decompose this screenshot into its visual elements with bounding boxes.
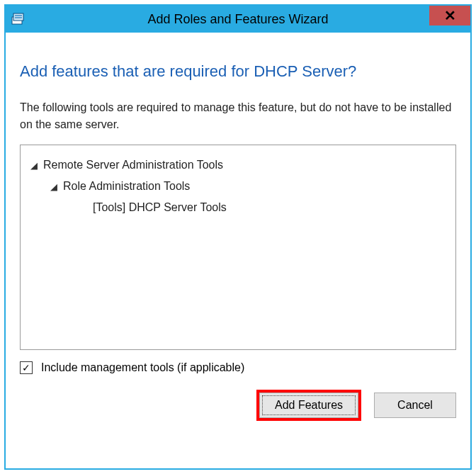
tree-item-label: Remote Server Administration Tools bbox=[43, 159, 223, 171]
tree-item-level0[interactable]: ◢ Remote Server Administration Tools bbox=[30, 155, 446, 175]
tree-item-label: Role Administration Tools bbox=[63, 180, 190, 193]
tree-item-level2[interactable]: [Tools] DHCP Server Tools bbox=[30, 198, 446, 218]
include-tools-checkbox-row: ✓ Include management tools (if applicabl… bbox=[20, 361, 456, 374]
include-tools-checkbox[interactable]: ✓ bbox=[20, 361, 33, 374]
svg-rect-2 bbox=[15, 15, 22, 16]
expand-arrow-icon: ◢ bbox=[50, 181, 63, 192]
svg-rect-3 bbox=[15, 17, 22, 18]
dialog-heading: Add features that are required for DHCP … bbox=[20, 62, 456, 81]
checkbox-label: Include management tools (if applicable) bbox=[41, 361, 244, 374]
expand-arrow-icon: ◢ bbox=[30, 160, 43, 171]
dialog-content: Add features that are required for DHCP … bbox=[6, 33, 470, 468]
wizard-window: Add Roles and Features Wizard ✕ Add feat… bbox=[4, 4, 472, 470]
button-label: Cancel bbox=[397, 399, 433, 412]
checkmark-icon: ✓ bbox=[22, 362, 30, 373]
tree-item-level1[interactable]: ◢ Role Administration Tools bbox=[30, 176, 446, 196]
tree-item-label: [Tools] DHCP Server Tools bbox=[93, 201, 227, 214]
add-features-button[interactable]: Add Features bbox=[259, 393, 358, 418]
close-button[interactable]: ✕ bbox=[429, 6, 470, 26]
titlebar: Add Roles and Features Wizard ✕ bbox=[6, 6, 470, 33]
dialog-description: The following tools are required to mana… bbox=[20, 99, 456, 133]
features-tree[interactable]: ◢ Remote Server Administration Tools ◢ R… bbox=[20, 145, 456, 350]
cancel-button[interactable]: Cancel bbox=[374, 393, 456, 418]
close-icon: ✕ bbox=[444, 7, 456, 24]
dialog-buttons: Add Features Cancel bbox=[20, 393, 456, 418]
window-title: Add Roles and Features Wizard bbox=[6, 12, 470, 27]
button-label: Add Features bbox=[275, 399, 343, 412]
server-manager-icon bbox=[8, 6, 28, 33]
